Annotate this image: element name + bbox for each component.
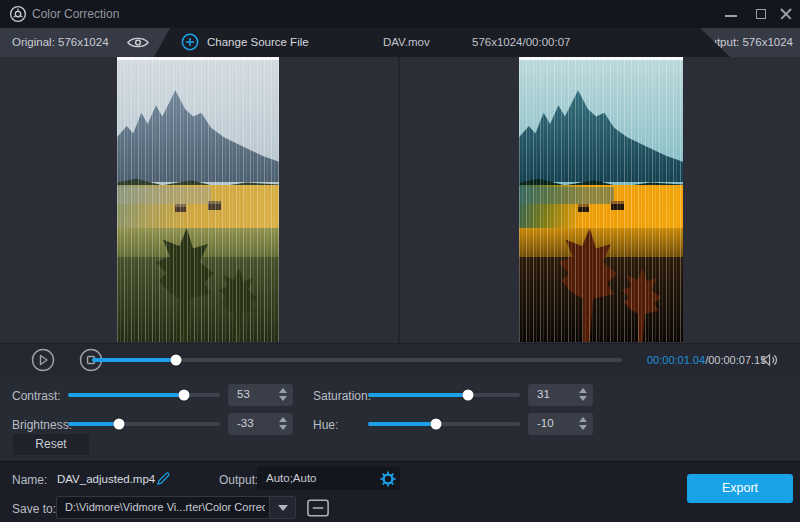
video-artifacts [117, 57, 279, 342]
slider-thumb[interactable] [431, 419, 442, 430]
preview-toolbar: Original: 576x1024 Change Source File DA… [0, 28, 800, 57]
export-button[interactable]: Export [687, 474, 793, 503]
original-resolution-label: Original: 576x1024 [12, 36, 109, 48]
hue-value[interactable]: -10 [537, 417, 554, 429]
save-to-dropdown[interactable]: D:\Vidmore\Vidmore Vi...rter\Color Corre… [56, 496, 296, 519]
speaker-icon[interactable] [762, 353, 779, 367]
change-source-file-button[interactable]: Change Source File [207, 36, 309, 48]
original-video-preview [117, 57, 279, 342]
eye-icon[interactable] [127, 36, 149, 49]
total-time: 00:00:07.15 [708, 354, 766, 366]
saturation-value[interactable]: 31 [537, 388, 550, 400]
reset-button[interactable]: Reset [13, 434, 89, 455]
output-format-label: Output: [219, 473, 258, 487]
output-format-field[interactable]: Auto;Auto [257, 467, 400, 490]
playback-bar: 00:00:01.04/00:00:07.15 [0, 344, 800, 376]
brightness-label: Brightness: [12, 418, 72, 432]
preview-divider [398, 57, 400, 344]
output-video-preview [519, 57, 683, 342]
spin-up-icon[interactable] [279, 388, 287, 393]
name-label: Name: [12, 473, 47, 487]
app-logo-icon [9, 5, 27, 23]
slider-thumb[interactable] [462, 390, 473, 401]
save-to-label: Save to: [12, 502, 56, 516]
spin-up-icon[interactable] [579, 417, 587, 422]
saturation-value-box[interactable]: 31 [528, 384, 593, 406]
slider-thumb[interactable] [113, 419, 124, 430]
current-time: 00:00:01.04 [647, 354, 705, 366]
spin-down-icon[interactable] [279, 396, 287, 401]
export-panel: Name: DAV_adjusted.mp4 Output: Auto;Auto… [0, 461, 800, 522]
video-artifacts [519, 57, 683, 342]
contrast-slider[interactable] [68, 393, 220, 397]
seek-thumb[interactable] [170, 355, 181, 366]
adjustments-panel: Contrast: 53 Saturation: 31 Brightness: [0, 376, 800, 461]
spin-up-icon[interactable] [579, 388, 587, 393]
title-bar: Color Correction [0, 0, 800, 28]
output-tab: Output: 576x1024 [700, 28, 800, 57]
maximize-button[interactable] [749, 2, 773, 26]
dropdown-arrow-button[interactable] [269, 497, 295, 518]
minimize-button[interactable] [719, 2, 743, 26]
output-resolution-label: Output: 576x1024 [702, 36, 793, 48]
hue-value-box[interactable]: -10 [528, 413, 593, 435]
window-title: Color Correction [32, 7, 119, 21]
chevron-down-icon [278, 505, 288, 511]
spin-down-icon[interactable] [579, 396, 587, 401]
spin-down-icon[interactable] [579, 425, 587, 430]
spin-down-icon[interactable] [279, 425, 287, 430]
hue-slider[interactable] [368, 422, 520, 426]
seek-slider[interactable] [92, 358, 622, 362]
time-display: 00:00:01.04/00:00:07.15 [647, 354, 766, 366]
video-top-edge [519, 57, 683, 60]
plus-icon[interactable] [181, 33, 199, 51]
contrast-label: Contrast: [12, 389, 61, 403]
spin-up-icon[interactable] [279, 417, 287, 422]
file-name-label: DAV.mov [383, 36, 430, 48]
slider-thumb[interactable] [179, 390, 190, 401]
output-file-name: DAV_adjusted.mp4 [57, 473, 155, 485]
play-icon[interactable] [31, 348, 55, 372]
saturation-slider[interactable] [368, 393, 520, 397]
output-format-value: Auto;Auto [266, 472, 317, 484]
close-button[interactable] [774, 2, 798, 26]
save-to-path: D:\Vidmore\Vidmore Vi...rter\Color Corre… [65, 501, 265, 513]
brightness-slider[interactable] [68, 422, 220, 426]
saturation-label: Saturation: [313, 389, 371, 403]
hue-label: Hue: [313, 418, 338, 432]
file-info-label: 576x1024/00:00:07 [472, 36, 570, 48]
browse-folder-icon[interactable] [306, 497, 331, 519]
gear-icon[interactable] [380, 471, 396, 487]
brightness-value[interactable]: -33 [237, 417, 254, 429]
video-top-edge [117, 57, 279, 60]
contrast-value-box[interactable]: 53 [228, 384, 293, 406]
color-correction-window: Color Correction Original: 576x1024 Chan… [0, 0, 800, 522]
brightness-value-box[interactable]: -33 [228, 413, 293, 435]
contrast-value[interactable]: 53 [237, 388, 250, 400]
seek-progress [92, 358, 176, 362]
preview-area [0, 57, 800, 344]
edit-pencil-icon[interactable] [156, 471, 171, 486]
